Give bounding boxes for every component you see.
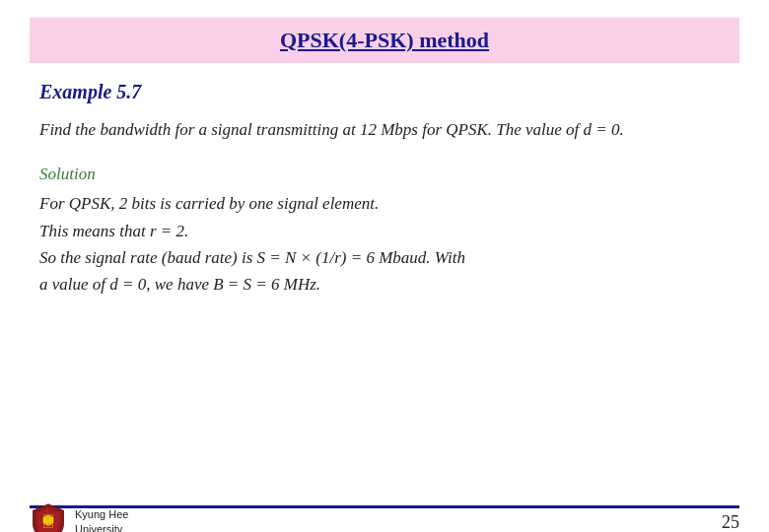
logo-area: KH Kyung Hee University xyxy=(30,502,128,532)
svg-text:KH: KH xyxy=(42,517,54,525)
slide-title: QPSK(4-PSK) method xyxy=(280,28,489,52)
example-heading: Example 5.7 xyxy=(39,81,730,103)
university-logo: KH xyxy=(30,502,67,532)
title-bar: QPSK(4-PSK) method xyxy=(30,18,739,63)
problem-text: Find the bandwidth for a signal transmit… xyxy=(39,117,730,143)
content-area: Example 5.7 Find the bandwidth for a sig… xyxy=(0,63,769,298)
solution-text: For QPSK, 2 bits is carried by one signa… xyxy=(39,190,730,298)
page-number: 25 xyxy=(722,512,739,533)
university-name: Kyung Hee University xyxy=(75,507,128,532)
footer: KH Kyung Hee University 25 xyxy=(0,502,769,532)
solution-label: Solution xyxy=(39,165,730,184)
slide-container: QPSK(4-PSK) method Example 5.7 Find the … xyxy=(0,18,769,532)
